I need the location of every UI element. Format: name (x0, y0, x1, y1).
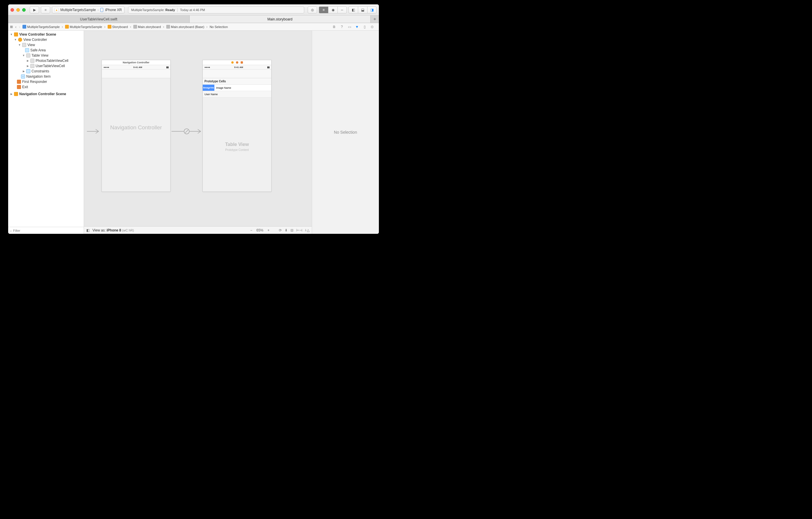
related-items-icon[interactable]: ▦ (10, 25, 13, 29)
scene-title-icons (203, 60, 271, 65)
vc-icon[interactable] (231, 61, 234, 64)
scheme-selector[interactable]: ▲ MultipleTargetsSample › iPhone XR (52, 6, 124, 13)
zoom-level: 65% (256, 228, 263, 233)
connections-inspector-icon[interactable]: ⊙ (370, 25, 374, 29)
outline-safearea[interactable]: Safe Area (8, 48, 84, 53)
exit-icon[interactable] (241, 61, 243, 64)
segue-arrow-icon[interactable] (172, 128, 202, 135)
update-frames-button[interactable]: ⟳ (279, 228, 282, 233)
identity-inspector-icon[interactable]: ▭ (347, 25, 351, 29)
pin-button[interactable]: ⊢⊣ (296, 228, 302, 233)
folder-icon (65, 25, 69, 29)
help-inspector-icon[interactable]: ? (340, 25, 344, 29)
forward-button[interactable]: › (18, 25, 22, 29)
outline-filter-bar: ⌕ (8, 227, 84, 234)
zoom-controls: − 65% + ⟳ ⬇︎ ⊟ ⊢⊣ ⊦△ (250, 228, 310, 233)
canvas-wrap: Navigation Controller ●●●●9:41 AM▮▮ Navi… (84, 31, 312, 234)
canvas-bottom-bar: ◧ View as: iPhone 8 (wC hR) − 65% + ⟳ ⬇︎… (84, 226, 312, 234)
crumb-group[interactable]: MultipleTargetsSample (65, 25, 102, 29)
project-icon (23, 25, 26, 29)
toggle-navigator-button[interactable]: ◧ (349, 6, 358, 13)
close-button[interactable] (10, 8, 14, 12)
outline-photoscell[interactable]: ▶PhotosTableViewCell (8, 58, 84, 63)
outline-exit[interactable]: Exit (8, 84, 84, 90)
tab-bar: UserTableViewCell.swift Main.storyboard … (8, 16, 379, 23)
outline-viewcontroller[interactable]: ▼View Controller (8, 37, 84, 42)
crumb-file[interactable]: Main.storyboard (133, 25, 161, 29)
firstresponder-icon[interactable] (236, 61, 238, 64)
back-button[interactable]: ‹ (14, 25, 18, 29)
scene-navigation-controller[interactable]: Navigation Controller ●●●●9:41 AM▮▮ Navi… (102, 60, 171, 192)
editor-area: ▼View Controller Scene ▼View Controller … (8, 31, 379, 234)
image-name-label: Image Name (214, 86, 231, 89)
chevron-icon (61, 25, 64, 29)
outline-navitem[interactable]: ‹Navigation Item (8, 74, 84, 79)
chevron-icon (103, 25, 106, 29)
run-button[interactable]: ▶ (30, 6, 39, 13)
scene-icon (14, 92, 18, 96)
cell-icon (30, 59, 34, 63)
tableview-placeholder: Table View Prototype Content (203, 142, 271, 152)
editor-mode-segment: ≡ ◉ ↔ (319, 6, 347, 13)
right-toolbar: ◎ ≡ ◉ ↔ ◧ ⬓ ◨ (308, 6, 377, 13)
inspector-panel: No Selection (312, 31, 379, 234)
filter-icon: ⌕ (10, 229, 12, 233)
crumb-selection[interactable]: No Selection (210, 25, 228, 29)
divider (177, 8, 178, 12)
assistant-editor-button[interactable]: ◉ (328, 6, 338, 13)
prototype-cell-user[interactable]: User Name (203, 91, 271, 98)
standard-editor-button[interactable]: ≡ (319, 6, 328, 13)
activity-project: MultipleTargetsSample: (131, 8, 165, 12)
zoom-out-button[interactable]: − (250, 228, 252, 233)
prototype-cell-photos[interactable]: IImageVie Image Name (203, 85, 271, 91)
crumb-base[interactable]: Main.storyboard (Base) (166, 25, 204, 29)
user-name-label: User Name (204, 93, 218, 96)
traffic-lights (10, 8, 26, 12)
zoom-in-button[interactable]: + (267, 228, 269, 233)
document-outline: ▼View Controller Scene ▼View Controller … (8, 31, 84, 234)
panel-toggle-segment: ◧ ⬓ ◨ (349, 6, 377, 13)
outline-usercell[interactable]: ▶UserTableViewCell (8, 63, 84, 69)
storyboard-icon (133, 25, 137, 29)
toggle-outline-button[interactable]: ◧ (86, 228, 90, 233)
view-as-selector[interactable]: View as: iPhone 8 (wC hR) (92, 228, 134, 233)
outline-constraints[interactable]: ▶Constraints (8, 69, 84, 74)
viewcontroller-icon (18, 38, 22, 42)
version-editor-button[interactable]: ↔ (338, 6, 347, 13)
align-button[interactable]: ⊟ (290, 228, 293, 233)
cell-icon (30, 64, 34, 68)
scheme-device: iPhone XR (105, 8, 122, 12)
toggle-debug-button[interactable]: ⬓ (358, 6, 367, 13)
zoom-button[interactable] (22, 8, 26, 12)
outline-filter-input[interactable] (13, 229, 82, 233)
add-tab-button[interactable]: ＋ (371, 16, 379, 23)
scene-view-controller[interactable]: ●●●●9:41 AM▮▮ Prototype Cells IImageVie … (202, 60, 271, 192)
library-button[interactable]: ◎ (308, 6, 317, 13)
outline-view[interactable]: ▼View (8, 42, 84, 48)
phone-statusbar: ●●●●9:41 AM▮▮ (203, 65, 271, 70)
crumb-storyboard-folder[interactable]: Storyboard (108, 25, 128, 29)
embed-button[interactable]: ⬇︎ (285, 228, 288, 233)
outline-scene-vc[interactable]: ▼View Controller Scene (8, 32, 84, 37)
tab-mainstoryboard[interactable]: Main.storyboard (190, 16, 371, 23)
file-inspector-icon[interactable]: 🗎 (332, 25, 336, 29)
tab-usertableviewcell[interactable]: UserTableViewCell.swift (8, 16, 190, 23)
size-inspector-icon[interactable]: ▯ (362, 25, 367, 29)
scheme-chevron-icon: › (97, 8, 98, 12)
stop-button[interactable]: ■ (41, 6, 50, 13)
crumb-project[interactable]: MultipleTargetsSample (23, 25, 59, 29)
tableview-icon (26, 53, 30, 57)
nav-history: ‹ › (14, 25, 21, 29)
resolve-button[interactable]: ⊦△ (305, 228, 310, 233)
outline-firstresponder[interactable]: First Responder (8, 79, 84, 84)
nav-placeholder-label: Navigation Controller (102, 124, 170, 131)
attributes-inspector-icon[interactable]: ▼ (355, 25, 359, 29)
outline-tableview[interactable]: ▼Table View (8, 53, 84, 58)
ib-canvas[interactable]: Navigation Controller ●●●●9:41 AM▮▮ Navi… (84, 31, 312, 226)
minimize-button[interactable] (16, 8, 20, 12)
titlebar: ▶ ■ ▲ MultipleTargetsSample › iPhone XR … (8, 4, 379, 16)
layout-buttons: ⟳ ⬇︎ ⊟ ⊢⊣ ⊦△ (279, 228, 310, 233)
outline-scene-nav[interactable]: ▶Navigation Controller Scene (8, 91, 84, 97)
scene-title: Navigation Controller (102, 60, 170, 65)
toggle-inspector-button[interactable]: ◨ (367, 6, 377, 13)
